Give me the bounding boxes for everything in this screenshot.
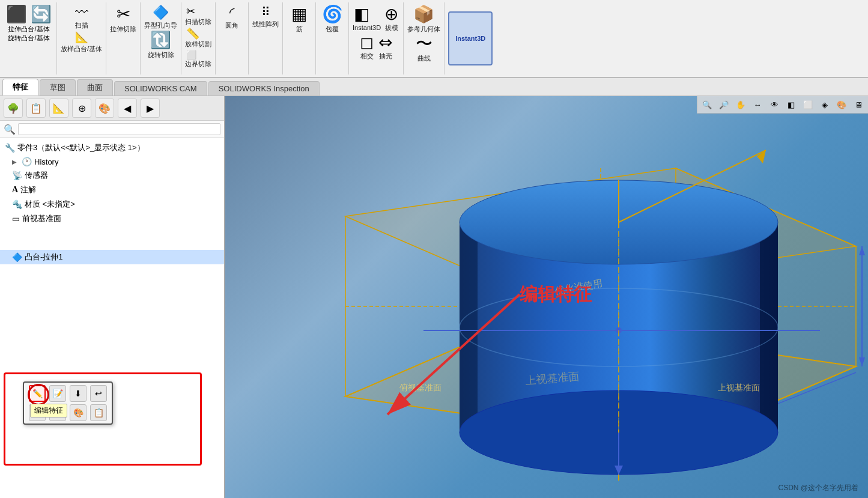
- fillet-label: 圆角: [225, 22, 238, 29]
- revolve-boss-label: 旋转凸台/基体: [8, 34, 49, 42]
- tab-features[interactable]: 特征: [2, 79, 38, 96]
- tab-solidworks-inspection[interactable]: SOLIDWORKS Inspection: [208, 81, 320, 96]
- extrude-cut-icon[interactable]: ✂: [115, 5, 132, 24]
- toolbar-group-extrude: ⬛ 🔄 拉伸凸台/基体 旋转凸台/基体: [1, 2, 57, 74]
- tree-item-annotation[interactable]: A 注解: [0, 183, 224, 197]
- toolbar-group-sweep: 〰 扫描 📐 放样凸台/基体: [57, 2, 106, 74]
- tab-surface[interactable]: 曲面: [77, 79, 113, 96]
- extrude-boss-label: 拉伸凸台/基体: [8, 25, 49, 33]
- edit-feature-tooltip: 编辑特征: [30, 404, 67, 418]
- copy-icon: 📋: [94, 408, 104, 418]
- toolbar-group-rib: ▦ 筋: [283, 2, 316, 74]
- sidebar-icon-next[interactable]: ▶: [141, 99, 160, 118]
- annotation-icon: A: [12, 185, 18, 195]
- sidebar-icon-list[interactable]: 📋: [26, 99, 46, 118]
- history-arrow: ▶: [12, 159, 19, 165]
- move-down-icon: ⬇: [74, 389, 82, 398]
- edit-feature-btn[interactable]: ✏️ 编辑特征: [29, 385, 46, 402]
- extrude-cut-label: 拉伸切除: [110, 25, 136, 33]
- shell-icon[interactable]: ◻: [359, 33, 375, 52]
- loft-boss-label: 放样凸台/基体: [61, 45, 102, 53]
- feature-icon: 🔷: [12, 252, 22, 262]
- sidebar-icon-color[interactable]: 🎨: [95, 99, 114, 118]
- edit-sketch-icon: 📝: [53, 389, 63, 398]
- toolbar-group-fillet: ◜ 圆角: [216, 2, 249, 74]
- sweep-cut-icon[interactable]: ✂: [185, 5, 211, 18]
- part-label: 零件3（默认<<默认>_显示状态 1>）: [17, 142, 219, 153]
- border-cut-label: 边界切除: [185, 60, 211, 68]
- move-down-btn[interactable]: ⬇: [70, 385, 86, 402]
- edit-sketch-btn[interactable]: 📝: [49, 385, 66, 402]
- instant3d-label: Instant3D: [455, 35, 485, 42]
- filter-icon: 🔍: [4, 124, 16, 135]
- toolbar-group-wrap: 🌀 包覆: [316, 2, 349, 74]
- loft-boss-icon[interactable]: 📐: [74, 31, 90, 44]
- intersect-icon[interactable]: ⊕: [383, 5, 399, 24]
- material-label: 材质 <未指定>: [25, 199, 219, 210]
- tree-item-front-plane[interactable]: ▭ 前视基准面: [0, 211, 224, 226]
- wrap-icon[interactable]: 🌀: [321, 5, 344, 24]
- linear-pattern-icon[interactable]: ⠿: [260, 5, 272, 19]
- draft-icon[interactable]: ◧: [353, 5, 381, 24]
- sidebar-icon-prev[interactable]: ◀: [118, 99, 137, 118]
- toolbar-group-refgeo: 📦 参考几何体 〜 曲线: [404, 2, 445, 74]
- tree-item-part[interactable]: 🔧 零件3（默认<<默认>_显示状态 1>）: [0, 141, 224, 155]
- plane-label-front: 俯视基准面: [399, 383, 442, 392]
- tabs-bar: 特征 草图 曲面 SOLIDWORKS CAM SOLIDWORKS Inspe…: [0, 78, 868, 96]
- toolbar-group-pattern: ⠿ 线性阵列: [249, 2, 283, 74]
- tab-sketch[interactable]: 草图: [40, 79, 76, 96]
- toolbar-group-extrude-cut: ✂ 拉伸切除: [106, 2, 141, 74]
- tree-item-history[interactable]: ▶ 🕐 History: [0, 155, 224, 168]
- sidebar-icon-tree[interactable]: 🌳: [4, 99, 23, 118]
- loft-type-label: 异型孔向导: [144, 22, 177, 29]
- draft-label: Instant3D: [353, 24, 381, 32]
- copy-btn[interactable]: 📋: [90, 404, 107, 421]
- context-popup: ✏️ 编辑特征 📝 ⬇ ↩ ⚙: [23, 381, 113, 425]
- curves-icon[interactable]: 〜: [414, 34, 434, 53]
- undo-btn[interactable]: ↩: [90, 385, 107, 402]
- shell-label: 相交: [359, 52, 375, 60]
- sidebar-icon-appearance[interactable]: ⊕: [72, 99, 91, 118]
- material-icon: 🔩: [12, 199, 22, 209]
- svg-marker-7: [859, 246, 865, 255]
- toolbar-group-draft: ◧ Instant3D ⊕ 拔模 ◻ 相交 ⇔ 抽壳: [349, 2, 404, 74]
- history-label: History: [34, 157, 219, 166]
- color-btn[interactable]: 🎨: [70, 404, 86, 421]
- svg-rect-12: [460, 222, 478, 433]
- rib-icon[interactable]: ▦: [290, 5, 308, 24]
- tab-solidworks-cam[interactable]: SOLIDWORKS CAM: [114, 81, 207, 96]
- watermark: CSDN @这个名字先用着: [778, 483, 858, 493]
- history-icon: 🕐: [22, 157, 32, 166]
- tree-item-feature[interactable]: 🔷 凸台-拉伸1: [0, 250, 224, 264]
- svg-marker-8: [859, 357, 865, 366]
- instant3d-button[interactable]: Instant3D: [448, 11, 493, 65]
- toolbar-group-cuts: ✂ 扫描切除 📏 放样切割 ⬜ 边界切除: [181, 2, 216, 74]
- loft-cut-icon[interactable]: 📏: [185, 27, 211, 40]
- filter-input[interactable]: [18, 123, 220, 135]
- front-plane-label: 前视基准面: [22, 213, 219, 224]
- sidebar-icon-property[interactable]: 📐: [49, 99, 68, 118]
- revolve-cut-icon[interactable]: 🔃: [149, 31, 172, 50]
- tree-item-material[interactable]: 🔩 材质 <未指定>: [0, 197, 224, 211]
- annotation-label: 注解: [20, 184, 219, 195]
- popup-row1: ✏️ 编辑特征 📝 ⬇ ↩: [29, 385, 107, 402]
- svg-rect-13: [760, 222, 778, 433]
- sweep-cut-label: 扫描切除: [185, 18, 211, 26]
- tree-item-sensor[interactable]: 📡 传感器: [0, 168, 224, 183]
- sensor-label: 传感器: [25, 170, 219, 181]
- fillet-icon[interactable]: ◜: [228, 5, 236, 20]
- ref-geo-icon[interactable]: 📦: [412, 5, 436, 24]
- 3d-viewport[interactable]: 🔍 🔎 ✋ ↔ 👁 ◧ ⬜ ◈ 🎨 🖥: [225, 96, 868, 498]
- ref-geo-label: 参考几何体: [407, 25, 440, 33]
- sweep-icon[interactable]: 〰: [74, 5, 90, 20]
- border-cut-icon[interactable]: ⬜: [185, 49, 211, 60]
- annotation-label: 编辑特征: [520, 282, 592, 307]
- toolbar-group-loft: 🔷 异型孔向导 🔃 旋转切除: [141, 2, 181, 74]
- undo-icon: ↩: [95, 389, 102, 398]
- tree-area: 🔧 零件3（默认<<默认>_显示状态 1>） ▶ 🕐 History 📡 传感器…: [0, 138, 224, 498]
- revolve-boss-icon[interactable]: 🔄: [29, 5, 53, 24]
- extrude-boss-icon[interactable]: ⬛: [5, 5, 28, 24]
- loft-type-icon[interactable]: 🔷: [151, 5, 170, 20]
- mirror-icon[interactable]: ⇔: [377, 33, 393, 52]
- front-plane-icon: ▭: [12, 214, 20, 223]
